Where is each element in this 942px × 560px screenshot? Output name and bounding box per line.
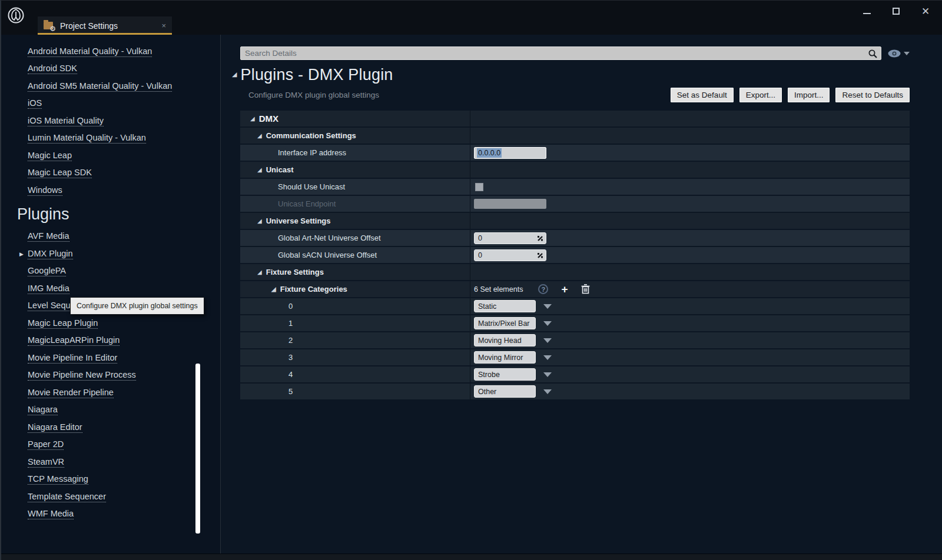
property-label: Global sACN Universe Offset bbox=[240, 251, 377, 259]
sidebar-item-label[interactable]: Lumin Material Quality - Vulkan bbox=[28, 133, 146, 144]
sidebar-item: Windows bbox=[1, 182, 220, 199]
view-options-button[interactable] bbox=[887, 49, 910, 58]
tab-project-settings[interactable]: ⚙ Project Settings × bbox=[38, 16, 172, 35]
button-import[interactable]: Import... bbox=[788, 88, 830, 102]
sidebar-item-label[interactable]: Magic Leap Plugin bbox=[28, 318, 98, 329]
sidebar-item-label[interactable]: Paper 2D bbox=[28, 439, 64, 450]
expand-triangle-icon[interactable]: ◢ bbox=[257, 269, 262, 275]
plugin-list: AVF Media▶DMX PluginGooglePAIMG MediaLev… bbox=[1, 228, 220, 524]
sidebar-item-label[interactable]: Magic Leap bbox=[28, 151, 72, 161]
close-button[interactable]: ✕ bbox=[920, 5, 931, 17]
sidebar-item-label[interactable]: Movie Pipeline New Process bbox=[28, 370, 136, 381]
sidebar-item: SteamVR bbox=[1, 454, 220, 471]
sidebar-item-label[interactable]: WMF Media bbox=[28, 509, 74, 519]
sidebar-item-label[interactable]: TCP Messaging bbox=[28, 474, 88, 485]
expand-triangle-icon[interactable]: ◢ bbox=[257, 166, 262, 173]
search-input[interactable] bbox=[241, 47, 881, 59]
sidebar-item-label[interactable]: MagicLeapARPin Plugin bbox=[28, 335, 120, 346]
dropdown-arrow-icon[interactable] bbox=[543, 389, 552, 394]
sidebar-item: AVF Media bbox=[1, 228, 220, 246]
category-dropdown[interactable]: Matrix/Pixel Bar bbox=[474, 317, 536, 329]
category-dropdown-value: Moving Mirror bbox=[478, 354, 523, 362]
element-index: 1 bbox=[240, 319, 293, 328]
set-element-row: 5Other bbox=[240, 384, 910, 399]
sidebar-item: IMG Media bbox=[1, 280, 220, 298]
numeric-spin-field[interactable]: 0 bbox=[474, 232, 546, 244]
set-element-row: 4Strobe bbox=[240, 366, 910, 382]
header-expand-icon[interactable]: ◢ bbox=[232, 71, 237, 78]
button-set-as-default[interactable]: Set as Default bbox=[671, 88, 734, 102]
property-row: Should Use Unicast bbox=[240, 179, 910, 195]
sidebar-item-label[interactable]: Windows bbox=[28, 185, 62, 196]
sidebar-item: Paper 2D bbox=[1, 436, 220, 454]
settings-section-row: ◢DMX bbox=[240, 111, 910, 126]
maximize-button[interactable] bbox=[890, 5, 902, 17]
help-icon[interactable]: ? bbox=[538, 284, 548, 294]
sidebar-item-label[interactable]: SteamVR bbox=[28, 457, 64, 468]
sidebar-item-label[interactable]: IMG Media bbox=[28, 284, 69, 294]
category-dropdown[interactable]: Moving Mirror bbox=[474, 351, 536, 364]
sidebar-item-label[interactable]: GooglePA bbox=[28, 266, 66, 276]
sidebar-item-label[interactable]: iOS bbox=[28, 98, 42, 109]
settings-section-row: ◢Universe Settings bbox=[240, 213, 910, 229]
add-element-icon[interactable]: + bbox=[561, 284, 568, 295]
expand-triangle-icon[interactable]: ◢ bbox=[271, 286, 276, 292]
spin-value: 0 bbox=[478, 251, 482, 259]
settings-section-row: ◢Communication Settings bbox=[240, 128, 910, 144]
sidebar-item-label[interactable]: iOS Material Quality bbox=[28, 116, 104, 126]
project-settings-window: ⚙ Project Settings × ✕ Android Material … bbox=[0, 0, 942, 560]
search-details-box[interactable] bbox=[240, 46, 881, 60]
sidebar-item-label[interactable]: Template Sequencer bbox=[28, 492, 106, 502]
sidebar-item-label[interactable]: DMX Plugin bbox=[28, 249, 73, 259]
sidebar-item-label[interactable]: Niagara bbox=[28, 405, 58, 415]
property-label: Unicast Endpoint bbox=[240, 199, 336, 208]
category-dropdown[interactable]: Moving Head bbox=[474, 334, 536, 346]
settings-section-row: ◢Fixture Settings bbox=[240, 264, 910, 280]
ip-address-field[interactable]: 0.0.0.0 bbox=[474, 147, 546, 159]
sidebar-item-label[interactable]: Android SDK bbox=[28, 64, 77, 74]
search-icon bbox=[868, 49, 878, 59]
tooltip: Configure DMX plugin global settings bbox=[70, 297, 204, 315]
sidebar-item-label[interactable]: Android Material Quality - Vulkan bbox=[28, 46, 152, 57]
delete-icon[interactable] bbox=[581, 284, 590, 294]
element-index: 0 bbox=[240, 302, 293, 311]
button-export[interactable]: Export... bbox=[739, 88, 782, 102]
category-dropdown[interactable]: Other bbox=[474, 385, 536, 398]
dropdown-arrow-icon[interactable] bbox=[543, 372, 552, 377]
section-label: Communication Settings bbox=[266, 131, 356, 140]
expand-triangle-icon[interactable]: ◢ bbox=[257, 218, 262, 224]
platform-list: Android Material Quality - VulkanAndroid… bbox=[1, 35, 220, 199]
expand-triangle-icon[interactable]: ◢ bbox=[257, 132, 262, 139]
sidebar-scrollbar-thumb[interactable] bbox=[195, 364, 200, 534]
expand-triangle-icon[interactable]: ◢ bbox=[250, 115, 255, 122]
project-settings-icon: ⚙ bbox=[44, 21, 55, 31]
settings-section-row: ◢Unicast bbox=[240, 162, 910, 178]
tab-close-icon[interactable]: × bbox=[161, 21, 166, 30]
button-reset-to-defaults[interactable]: Reset to Defaults bbox=[835, 88, 910, 102]
category-dropdown-value: Strobe bbox=[478, 371, 500, 379]
tab-label: Project Settings bbox=[60, 21, 118, 31]
drag-spinner-icon[interactable] bbox=[536, 235, 544, 242]
minimize-button[interactable] bbox=[861, 5, 873, 17]
numeric-spin-field[interactable]: 0 bbox=[474, 249, 546, 261]
set-element-row: 3Moving Mirror bbox=[240, 349, 910, 365]
checkbox[interactable] bbox=[475, 183, 483, 191]
sidebar-item-label[interactable]: Niagara Editor bbox=[28, 422, 82, 433]
sidebar-item-label[interactable]: AVF Media bbox=[28, 231, 69, 242]
sidebar-item-label[interactable]: Magic Leap SDK bbox=[28, 168, 92, 178]
dropdown-arrow-icon[interactable] bbox=[543, 338, 552, 343]
category-dropdown[interactable]: Static bbox=[474, 300, 536, 312]
dropdown-arrow-icon[interactable] bbox=[543, 355, 552, 360]
sidebar-item-label[interactable]: Android SM5 Material Quality - Vulkan bbox=[28, 81, 172, 92]
category-dropdown-value: Moving Head bbox=[478, 336, 522, 345]
sidebar-section-plugins: Plugins bbox=[1, 199, 220, 228]
category-dropdown[interactable]: Strobe bbox=[474, 368, 536, 381]
dropdown-arrow-icon[interactable] bbox=[543, 321, 552, 326]
sidebar-item-label[interactable]: Movie Pipeline In Editor bbox=[28, 353, 117, 364]
drag-spinner-icon[interactable] bbox=[536, 252, 544, 259]
property-label: Global Art-Net Universe Offset bbox=[240, 234, 381, 242]
sidebar-item-label[interactable]: Movie Render Pipeline bbox=[28, 388, 114, 398]
property-label: Interface IP address bbox=[240, 148, 346, 157]
dropdown-arrow-icon[interactable] bbox=[543, 304, 552, 309]
set-label: Fixture Categories bbox=[280, 285, 347, 294]
